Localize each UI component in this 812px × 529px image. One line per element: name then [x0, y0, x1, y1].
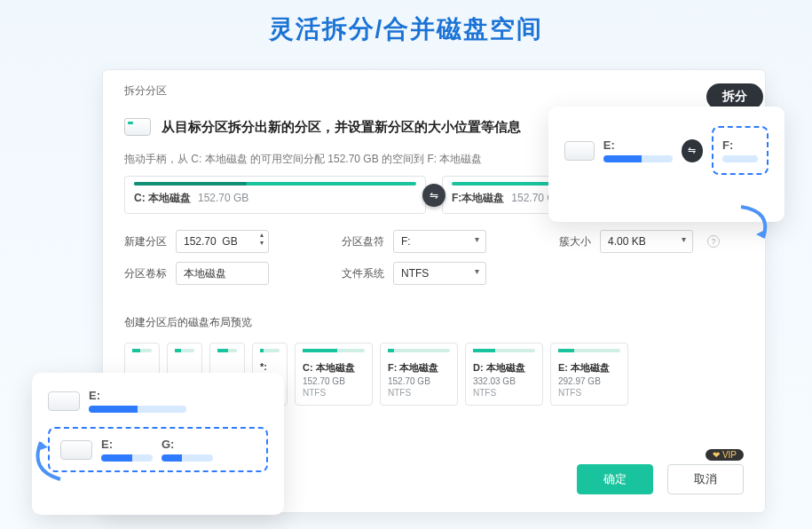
filesystem-select[interactable]	[393, 262, 486, 285]
drive-letter-label: 分区盘符	[342, 234, 384, 249]
preview-title: 创建分区后的磁盘布局预览	[124, 315, 744, 330]
new-partition-label: 新建分区	[124, 234, 167, 249]
help-icon[interactable]: ?	[707, 235, 720, 248]
source-partition-bar[interactable]: C: 本地磁盘152.70 GB	[124, 176, 426, 214]
disk-icon	[564, 141, 595, 161]
source-label: C: 本地磁盘	[134, 192, 191, 204]
dialog-subtitle: 从目标分区拆分出新的分区，并设置新分区的大小位置等信息	[162, 119, 521, 136]
drive-f-label: F:	[722, 138, 758, 152]
cluster-size-label: 簇大小	[559, 234, 591, 249]
disk-icon	[48, 391, 80, 411]
swap-icon: ⇋	[682, 139, 703, 162]
vip-badge: ❤ VIP	[706, 449, 744, 461]
disk-icon	[60, 440, 92, 460]
cancel-button[interactable]: 取消	[667, 464, 744, 494]
ok-button[interactable]: 确定	[577, 464, 653, 494]
drive-g-label: G:	[162, 438, 213, 451]
drive-e-label: E:	[603, 138, 673, 152]
dialog-title: 拆分分区	[124, 83, 167, 99]
cluster-size-select[interactable]	[600, 230, 693, 253]
preview-card: D: 本地磁盘 332.03 GB NTFS	[465, 343, 543, 406]
filesystem-label: 文件系统	[342, 266, 384, 281]
preview-card: F: 本地磁盘 152.70 GB NTFS	[380, 343, 458, 406]
merge-illustration: E: E: G:	[32, 373, 284, 515]
drive-letter-select[interactable]	[393, 230, 486, 253]
drive-e-label: E:	[101, 438, 153, 451]
volume-label-input[interactable]	[176, 262, 269, 285]
disk-icon	[124, 118, 151, 136]
preview-card: E: 本地磁盘 292.97 GB NTFS	[550, 343, 628, 406]
volume-label-label: 分区卷标	[124, 266, 167, 281]
source-size: 152.70 GB	[198, 192, 248, 204]
drive-e-label: E:	[89, 389, 186, 402]
new-partition-size-input[interactable]	[176, 230, 269, 253]
preview-card: C: 本地磁盘 152.70 GB NTFS	[295, 343, 373, 406]
page-title: 灵活拆分/合并磁盘空间	[0, 0, 812, 46]
split-illustration: E: ⇋ F:	[548, 107, 784, 222]
target-label: F:本地磁盘	[452, 192, 504, 204]
drag-handle-icon[interactable]: ⇋	[422, 184, 445, 207]
